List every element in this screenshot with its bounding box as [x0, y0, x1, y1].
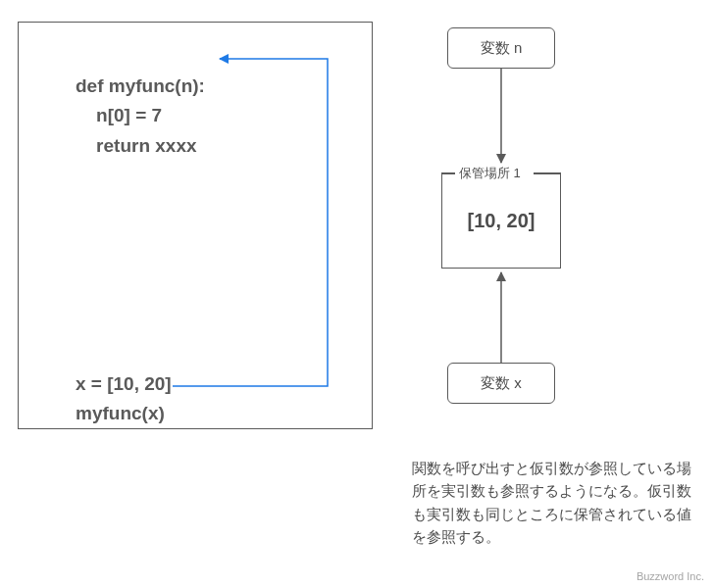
- code-box: def myfunc(n): n[0] = 7 return xxxx x = …: [18, 22, 373, 429]
- diagram-canvas: def myfunc(n): n[0] = 7 return xxxx x = …: [0, 0, 714, 588]
- storage-value: [10, 20]: [441, 165, 561, 269]
- variable-n-label: 変数 n: [481, 39, 523, 58]
- code-line: return xxxx: [76, 135, 197, 156]
- variable-n-box: 変数 n: [447, 27, 555, 69]
- variable-x-box: 変数 x: [447, 363, 555, 404]
- code-call: x = [10, 20] myfunc(x): [76, 369, 172, 429]
- code-line: myfunc(x): [76, 403, 165, 423]
- caption-text: 関数を呼び出すと仮引数が参照している場所を実引数も参照するようになる。仮引数も実…: [412, 457, 696, 548]
- variable-x-label: 変数 x: [481, 374, 522, 393]
- credit-text: Buzzword Inc.: [637, 570, 704, 582]
- code-line: n[0] = 7: [76, 105, 162, 125]
- code-line: x = [10, 20]: [76, 373, 172, 394]
- code-line: def myfunc(n):: [76, 75, 205, 96]
- code-definition: def myfunc(n): n[0] = 7 return xxxx: [76, 72, 205, 161]
- storage-box: 保管場所 1 [10, 20]: [441, 165, 561, 269]
